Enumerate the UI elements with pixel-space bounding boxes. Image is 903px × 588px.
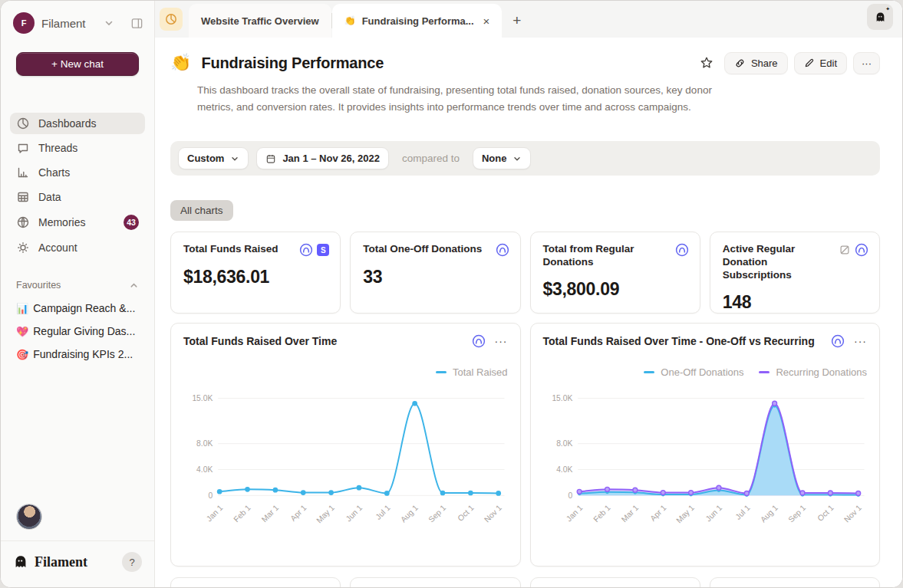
favourite-label: Regular Giving Das... bbox=[33, 325, 135, 337]
svg-text:Nov 1: Nov 1 bbox=[483, 504, 503, 524]
svg-text:0: 0 bbox=[568, 491, 572, 500]
favourite-label: Fundraising KPIs 2... bbox=[33, 348, 133, 360]
compare-dropdown[interactable]: None bbox=[473, 147, 532, 169]
more-button[interactable]: ··· bbox=[853, 52, 880, 74]
new-tab-button[interactable]: + bbox=[512, 12, 521, 29]
workspace-switcher[interactable]: F Filament bbox=[1, 1, 154, 34]
sidebar: F Filament + New chat Dashboards Thre bbox=[1, 1, 155, 587]
page-description: This dashboard tracks the overall state … bbox=[197, 82, 728, 115]
svg-text:Feb 1: Feb 1 bbox=[592, 504, 612, 524]
assistant-button[interactable]: ✦ bbox=[867, 4, 893, 30]
kpi-card-active-regular-donation-subscriptions: Active Regular Donation Subscriptions 14… bbox=[710, 232, 880, 314]
sidebar-footer: Filament ? bbox=[1, 504, 154, 587]
legend-label: Recurring Donations bbox=[776, 366, 867, 378]
speech-bubble-icon bbox=[16, 141, 30, 155]
sparkle-icon: ✦ bbox=[885, 6, 890, 12]
sidebar-item-label: Dashboards bbox=[38, 117, 97, 130]
legend-item: One-Off Donations bbox=[644, 366, 743, 378]
gear-icon bbox=[16, 241, 30, 255]
kpi-card-avg-donation-size: Avg Donation Size (All bbox=[710, 577, 880, 587]
sidebar-item-label: Account bbox=[38, 241, 77, 254]
chart-card-total-funds-raised-over-time: Total Funds Raised Over Time ··· Total R… bbox=[170, 323, 521, 567]
sidebar-item-charts[interactable]: Charts bbox=[10, 162, 145, 183]
favourite-item[interactable]: 💖 Regular Giving Das... bbox=[16, 325, 148, 337]
sidebar-item-threads[interactable]: Threads bbox=[10, 137, 145, 159]
chart-more-button[interactable]: ··· bbox=[495, 335, 508, 347]
tab-fundraising-performance[interactable]: 👏 Fundraising Performa... × bbox=[332, 4, 503, 38]
legend-swatch bbox=[759, 371, 770, 373]
ellipsis-icon: ··· bbox=[862, 57, 872, 69]
memories-count-badge: 43 bbox=[124, 215, 139, 230]
sidebar-nav: Dashboards Threads Charts Data bbox=[10, 113, 145, 258]
tab-label: Fundraising Performa... bbox=[362, 15, 474, 27]
connector-icon bbox=[472, 334, 486, 348]
legend-label: Total Raised bbox=[453, 366, 508, 378]
svg-text:Mar 1: Mar 1 bbox=[619, 504, 640, 524]
help-button[interactable]: ? bbox=[122, 552, 142, 572]
date-range-picker[interactable]: Jan 1 – Nov 26, 2022 bbox=[256, 147, 388, 169]
svg-text:Oct 1: Oct 1 bbox=[816, 504, 835, 523]
kpi-title: Active Regular Donation Subscriptions bbox=[723, 243, 830, 282]
svg-text:15.0K: 15.0K bbox=[192, 394, 213, 402]
favourite-item[interactable]: 🎯 Fundraising KPIs 2... bbox=[16, 348, 148, 360]
connector-icon bbox=[299, 243, 313, 257]
user-avatar[interactable] bbox=[16, 504, 42, 530]
range-type-dropdown[interactable]: Custom bbox=[178, 147, 249, 169]
svg-text:May 1: May 1 bbox=[315, 504, 336, 525]
legend-label: One-Off Donations bbox=[661, 366, 743, 378]
favourites-header[interactable]: Favourites bbox=[16, 280, 139, 291]
new-chat-button[interactable]: + New chat bbox=[16, 52, 139, 76]
kpi-card-total-one-off-donations: Total One-Off Donations 33 bbox=[350, 232, 520, 314]
target-emoji-icon: 🎯 bbox=[16, 349, 28, 360]
kpi-card-number-of-tickets-sold: Number of Tickets Sold bbox=[530, 577, 700, 587]
chart-legend: One-Off Donations Recurring Donations bbox=[543, 366, 868, 378]
calendar-icon bbox=[265, 153, 276, 164]
page-title: Fundraising Performance bbox=[201, 54, 384, 72]
sidebar-item-label: Data bbox=[38, 191, 61, 203]
kpi-title: Total One-Off Donations bbox=[363, 243, 490, 256]
tab-label: Website Traffic Overview bbox=[201, 15, 319, 27]
dashboard-home-button[interactable] bbox=[160, 8, 183, 31]
area-chart-one-off-vs-recurring[interactable]: 04.0K8.0K15.0KJan 1Feb 1Mar 1Apr 1May 1J… bbox=[543, 381, 868, 554]
table-icon bbox=[16, 190, 30, 204]
favourite-star-button[interactable] bbox=[695, 51, 718, 74]
svg-text:Apr 1: Apr 1 bbox=[288, 504, 308, 523]
svg-text:Jun 1: Jun 1 bbox=[344, 504, 364, 524]
sidebar-item-data[interactable]: Data bbox=[10, 186, 145, 208]
favourites-label: Favourites bbox=[16, 280, 61, 291]
sidebar-item-account[interactable]: Account bbox=[10, 237, 145, 258]
brand-wordmark: Filament bbox=[35, 554, 87, 570]
svg-text:Oct 1: Oct 1 bbox=[456, 504, 476, 523]
sidebar-item-dashboards[interactable]: Dashboards bbox=[10, 113, 145, 134]
line-chart-total-raised[interactable]: 04.0K8.0K15.0KJan 1Feb 1Mar 1Apr 1May 1J… bbox=[183, 381, 508, 554]
chevron-down-icon[interactable] bbox=[104, 18, 114, 28]
chart-more-button[interactable]: ··· bbox=[854, 335, 867, 347]
svg-text:May 1: May 1 bbox=[674, 504, 696, 525]
edit-button[interactable]: Edit bbox=[794, 52, 847, 74]
stripe-icon: S bbox=[317, 244, 329, 256]
kpi-row: Total Funds Raised S $18,636.01 Total On… bbox=[170, 232, 880, 314]
svg-text:Aug 1: Aug 1 bbox=[759, 504, 779, 524]
kpi-card-total-from-regular-donations: Total from Regular Donations $3,800.09 bbox=[530, 232, 700, 314]
svg-text:Aug 1: Aug 1 bbox=[399, 504, 420, 524]
svg-text:Sep 1: Sep 1 bbox=[427, 504, 448, 524]
svg-text:Apr 1: Apr 1 bbox=[648, 504, 667, 523]
svg-text:Jan 1: Jan 1 bbox=[205, 504, 225, 524]
compare-value: None bbox=[482, 153, 507, 164]
share-button[interactable]: Share bbox=[724, 52, 788, 74]
sidebar-item-memories[interactable]: Memories 43 bbox=[10, 211, 145, 234]
all-charts-chip[interactable]: All charts bbox=[170, 200, 233, 221]
ghost-icon bbox=[874, 11, 887, 24]
favourite-label: Campaign Reach &... bbox=[33, 302, 135, 314]
sidebar-collapse-icon[interactable] bbox=[130, 17, 143, 30]
chart-title: Total Funds Raised Over Time - One-Off v… bbox=[543, 335, 832, 347]
tab-website-traffic-overview[interactable]: Website Traffic Overview bbox=[189, 4, 331, 38]
chevron-down-icon bbox=[230, 154, 239, 163]
chevron-up-icon[interactable] bbox=[129, 281, 139, 291]
svg-text:Jul 1: Jul 1 bbox=[733, 504, 751, 521]
edit-label: Edit bbox=[820, 57, 837, 69]
svg-text:0: 0 bbox=[209, 491, 213, 500]
close-tab-icon[interactable]: × bbox=[483, 15, 490, 28]
favourite-item[interactable]: 📊 Campaign Reach &... bbox=[16, 302, 148, 314]
chart-card-one-off-vs-recurring: Total Funds Raised Over Time - One-Off v… bbox=[530, 323, 881, 567]
